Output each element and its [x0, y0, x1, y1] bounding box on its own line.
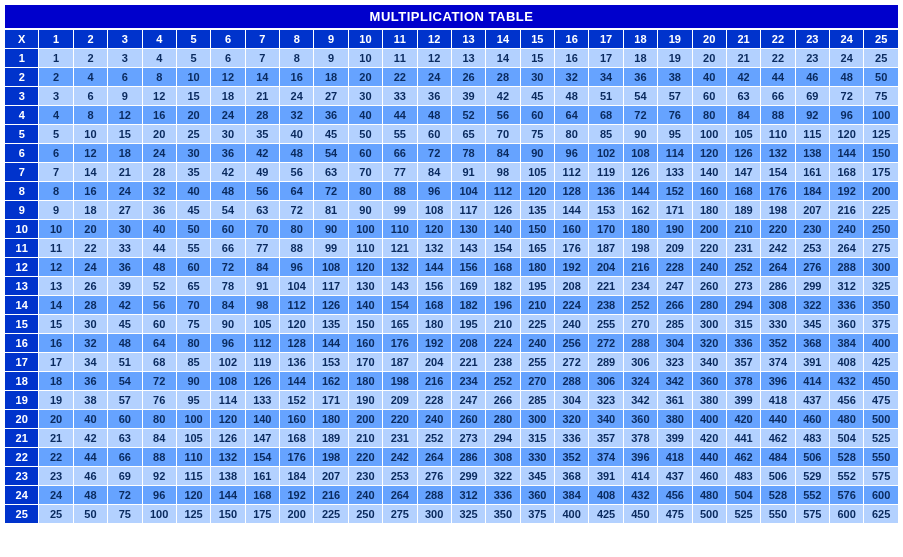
cell: 12 [211, 68, 245, 87]
row-header: 15 [5, 315, 39, 334]
cell: 414 [623, 467, 657, 486]
cell: 255 [520, 353, 554, 372]
cell: 26 [73, 277, 107, 296]
col-header: 7 [245, 30, 279, 49]
cell: 63 [108, 429, 142, 448]
cell: 46 [73, 467, 107, 486]
cell: 135 [520, 201, 554, 220]
cell: 221 [589, 277, 623, 296]
cell: 88 [280, 239, 314, 258]
cell: 255 [589, 315, 623, 334]
cell: 400 [555, 505, 589, 524]
col-header: 21 [726, 30, 760, 49]
cell: 450 [623, 505, 657, 524]
cell: 72 [830, 87, 864, 106]
cell: 340 [589, 410, 623, 429]
cell: 11 [383, 49, 417, 68]
cell: 184 [795, 182, 829, 201]
cell: 132 [417, 239, 451, 258]
cell: 30 [108, 220, 142, 239]
cell: 12 [108, 106, 142, 125]
cell: 273 [451, 429, 485, 448]
cell: 100 [176, 410, 210, 429]
cell: 220 [348, 448, 382, 467]
cell: 72 [314, 182, 348, 201]
cell: 506 [795, 448, 829, 467]
cell: 126 [314, 296, 348, 315]
cell: 57 [658, 87, 692, 106]
cell: 208 [451, 334, 485, 353]
cell: 252 [486, 372, 520, 391]
cell: 625 [864, 505, 899, 524]
cell: 48 [555, 87, 589, 106]
cell: 182 [451, 296, 485, 315]
cell: 19 [39, 391, 73, 410]
cell: 399 [726, 391, 760, 410]
cell: 150 [211, 505, 245, 524]
cell: 115 [176, 467, 210, 486]
cell: 264 [383, 486, 417, 505]
cell: 140 [348, 296, 382, 315]
cell: 375 [864, 315, 899, 334]
cell: 170 [589, 220, 623, 239]
cell: 396 [761, 372, 795, 391]
cell: 190 [348, 391, 382, 410]
cell: 32 [73, 334, 107, 353]
cell: 160 [692, 182, 726, 201]
cell: 84 [211, 296, 245, 315]
row-header: 5 [5, 125, 39, 144]
cell: 231 [726, 239, 760, 258]
cell: 156 [451, 258, 485, 277]
cell: 119 [589, 163, 623, 182]
row-header: 19 [5, 391, 39, 410]
cell: 80 [555, 125, 589, 144]
cell: 180 [692, 201, 726, 220]
cell: 12 [142, 87, 176, 106]
cell: 16 [39, 334, 73, 353]
cell: 72 [417, 144, 451, 163]
cell: 63 [245, 201, 279, 220]
cell: 105 [520, 163, 554, 182]
cell: 350 [486, 505, 520, 524]
cell: 195 [451, 315, 485, 334]
cell: 273 [726, 277, 760, 296]
cell: 114 [658, 144, 692, 163]
cell: 30 [73, 315, 107, 334]
cell: 88 [142, 448, 176, 467]
cell: 45 [520, 87, 554, 106]
cell: 266 [486, 391, 520, 410]
cell: 192 [830, 182, 864, 201]
cell: 484 [761, 448, 795, 467]
cell: 391 [589, 467, 623, 486]
cell: 52 [451, 106, 485, 125]
cell: 168 [417, 296, 451, 315]
cell: 575 [795, 505, 829, 524]
cell: 210 [726, 220, 760, 239]
cell: 70 [245, 220, 279, 239]
cell: 360 [692, 372, 726, 391]
cell: 38 [73, 391, 107, 410]
cell: 198 [314, 448, 348, 467]
cell: 162 [314, 372, 348, 391]
table-row: 1414284256708498112126140154168182196210… [5, 296, 899, 315]
cell: 36 [142, 201, 176, 220]
cell: 96 [830, 106, 864, 125]
table-row: 2525507510012515017520022525027530032535… [5, 505, 899, 524]
cell: 500 [692, 505, 726, 524]
cell: 140 [692, 163, 726, 182]
cell: 66 [383, 144, 417, 163]
cell: 96 [211, 334, 245, 353]
cell: 240 [520, 334, 554, 353]
cell: 51 [108, 353, 142, 372]
cell: 54 [108, 372, 142, 391]
cell: 240 [692, 258, 726, 277]
cell: 315 [520, 429, 554, 448]
cell: 126 [623, 163, 657, 182]
cell: 288 [830, 258, 864, 277]
cell: 48 [211, 182, 245, 201]
cell: 418 [761, 391, 795, 410]
cell: 9 [314, 49, 348, 68]
cell: 384 [555, 486, 589, 505]
cell: 18 [623, 49, 657, 68]
cell: 17 [589, 49, 623, 68]
